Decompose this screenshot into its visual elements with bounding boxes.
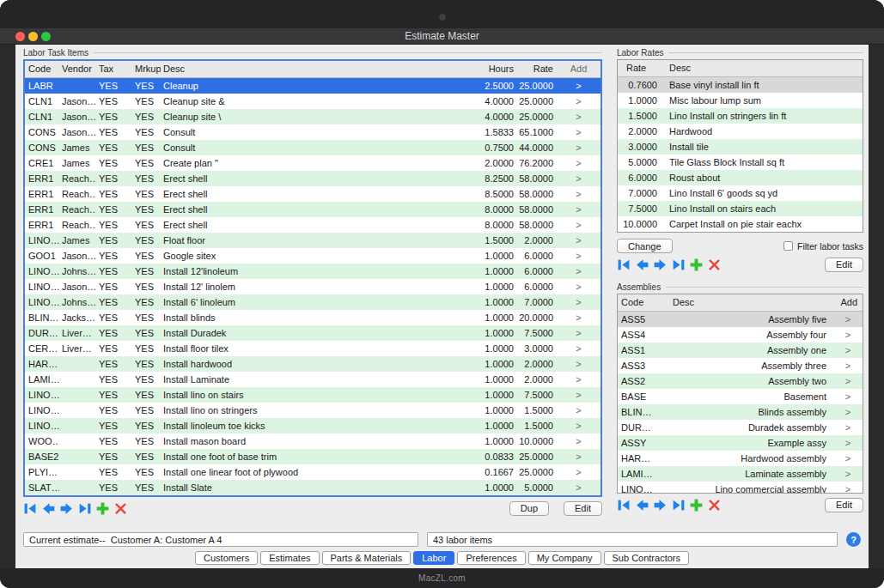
labor-task-row[interactable]: LAMI… YES YES Install Laminate 1.0000 2.…: [25, 372, 601, 387]
assembly-add-button[interactable]: >: [833, 373, 863, 389]
previous-record-icon[interactable]: [635, 498, 649, 512]
add-record-icon[interactable]: [95, 501, 110, 516]
assembly-row[interactable]: ASS5 Assembly five >: [618, 312, 863, 327]
labor-rate-row[interactable]: 3.0000 Install tile: [618, 139, 863, 155]
assembly-row[interactable]: ASS1 Assembly one >: [618, 342, 863, 358]
task-add-button[interactable]: >: [557, 78, 601, 94]
labor-task-row[interactable]: CER… Liver… YES YES Install floor tilex …: [25, 341, 601, 356]
minimize-window-button[interactable]: [28, 32, 38, 41]
labor-rate-row[interactable]: 10.0000 Carpet Install on pie stair each…: [618, 216, 863, 232]
previous-record-icon[interactable]: [635, 258, 649, 272]
labor-task-row[interactable]: LINO… YES YES Install linoleum toe kicks…: [25, 418, 601, 433]
labor-task-row[interactable]: DUR… Liver… YES YES Install Duradek 1.00…: [25, 325, 601, 341]
labor-task-row[interactable]: LINO… YES YES Install lino on stairs 1.0…: [25, 387, 601, 403]
change-button[interactable]: Change: [617, 239, 673, 253]
labor-tasks-edit-button[interactable]: Edit: [564, 501, 602, 516]
assembly-add-button[interactable]: >: [833, 342, 863, 358]
item-count-field[interactable]: 43 labor items: [427, 532, 838, 547]
assembly-add-button[interactable]: >: [833, 404, 863, 420]
task-add-button[interactable]: >: [557, 449, 601, 464]
assembly-add-button[interactable]: >: [833, 312, 863, 327]
task-add-button[interactable]: >: [557, 356, 601, 372]
labor-rate-row[interactable]: 7.5000 Lino Install on stairs each: [618, 201, 863, 216]
task-add-button[interactable]: >: [557, 433, 601, 449]
add-record-icon[interactable]: [689, 498, 704, 512]
tab-customers[interactable]: Customers: [195, 551, 258, 565]
labor-task-row[interactable]: GOO1 Jason… YES YES Google sitex 1.0000 …: [25, 248, 601, 264]
task-add-button[interactable]: >: [557, 124, 601, 140]
assembly-add-button[interactable]: >: [833, 327, 863, 342]
labor-task-row[interactable]: LINO… Johns… YES YES Install 12'linoleum…: [25, 264, 601, 279]
last-record-icon[interactable]: [671, 498, 686, 512]
first-record-icon[interactable]: [617, 498, 631, 512]
task-add-button[interactable]: >: [557, 264, 601, 279]
labor-task-row[interactable]: LABR YES YES Cleanup 2.5000 25.0000 >: [25, 78, 601, 94]
task-add-button[interactable]: >: [557, 480, 601, 495]
labor-task-row[interactable]: SLAT… YES YES Install Slate 1.0000 5.000…: [25, 480, 601, 495]
labor-rate-row[interactable]: 1.0000 Misc labour lump sum: [618, 93, 863, 108]
next-record-icon[interactable]: [653, 258, 668, 272]
current-estimate-field[interactable]: Current estimate-- Customer A: Customer …: [23, 532, 418, 547]
tab-parts-materials[interactable]: Parts & Materials: [322, 551, 412, 565]
assemblies-edit-button[interactable]: Edit: [825, 498, 863, 512]
help-button[interactable]: ?: [846, 532, 861, 547]
close-window-button[interactable]: [15, 32, 25, 41]
first-record-icon[interactable]: [617, 258, 631, 272]
task-add-button[interactable]: >: [557, 217, 601, 233]
task-add-button[interactable]: >: [557, 140, 601, 155]
labor-rate-row[interactable]: 1.5000 Lino Install on stringers lin ft: [618, 108, 863, 124]
next-record-icon[interactable]: [59, 501, 74, 516]
assembly-row[interactable]: ASS4 Assembly four >: [618, 327, 863, 342]
labor-task-row[interactable]: ERR1 Reach… YES YES Erect shell 8.2500 5…: [25, 171, 601, 186]
task-add-button[interactable]: >: [557, 341, 601, 356]
zoom-window-button[interactable]: [41, 32, 51, 41]
assembly-add-button[interactable]: >: [833, 420, 863, 435]
first-record-icon[interactable]: [23, 501, 38, 516]
dup-button[interactable]: Dup: [509, 501, 549, 516]
task-add-button[interactable]: >: [557, 403, 601, 418]
filter-labor-tasks-control[interactable]: Filter labor tasks: [783, 241, 863, 252]
assembly-add-button[interactable]: >: [833, 358, 863, 373]
task-add-button[interactable]: >: [557, 94, 601, 109]
tab-preferences[interactable]: Preferences: [457, 551, 525, 565]
labor-task-row[interactable]: CRE1 James YES YES Create plan " 2.0000 …: [25, 155, 601, 171]
labor-rate-row[interactable]: 2.0000 Hardwood: [618, 124, 863, 139]
previous-record-icon[interactable]: [41, 501, 56, 516]
task-add-button[interactable]: >: [557, 109, 601, 124]
labor-task-row[interactable]: CLN1 Jason… YES YES Cleanup site \ 4.000…: [25, 109, 601, 124]
labor-task-row[interactable]: CLN1 Jason… YES YES Cleanup site & 4.000…: [25, 94, 601, 109]
delete-record-icon[interactable]: [707, 498, 722, 512]
task-add-button[interactable]: >: [557, 464, 601, 480]
last-record-icon[interactable]: [671, 258, 686, 272]
assembly-row[interactable]: HAR… Hardwood assembly >: [618, 451, 863, 466]
task-add-button[interactable]: >: [557, 387, 601, 403]
labor-task-row[interactable]: LINO… YES YES Install lino on stringers …: [25, 403, 601, 418]
labor-rates-edit-button[interactable]: Edit: [825, 258, 863, 272]
assembly-row[interactable]: ASS2 Assembly two >: [618, 373, 863, 389]
task-add-button[interactable]: >: [557, 294, 601, 310]
labor-task-row[interactable]: ERR1 Reach… YES YES Erect shell 8.0000 5…: [25, 217, 601, 233]
task-add-button[interactable]: >: [557, 155, 601, 171]
tab-my-company[interactable]: My Company: [528, 551, 601, 565]
delete-record-icon[interactable]: [113, 501, 128, 516]
assembly-row[interactable]: ASS3 Assembly three >: [618, 358, 863, 373]
labor-rate-row[interactable]: 7.0000 Lino Install 6' goods sq yd: [618, 185, 863, 201]
labor-task-row[interactable]: LINO… Johns… YES YES Install 6' linoleum…: [25, 294, 601, 310]
assembly-row[interactable]: DUR… Duradek assembly >: [618, 420, 863, 435]
add-record-icon[interactable]: [689, 258, 704, 272]
labor-task-row[interactable]: CONS Jason… YES YES Consult 1.5833 65.10…: [25, 124, 601, 140]
task-add-button[interactable]: >: [557, 171, 601, 186]
assembly-add-button[interactable]: >: [833, 466, 863, 482]
delete-record-icon[interactable]: [707, 258, 722, 272]
labor-task-row[interactable]: ERR1 Reach… YES YES Erect shell 8.0000 5…: [25, 202, 601, 217]
labor-task-row[interactable]: ERR1 Reach… YES YES Erect shell 8.5000 5…: [25, 186, 601, 202]
assembly-add-button[interactable]: >: [833, 435, 863, 451]
labor-task-row[interactable]: CONS James YES YES Consult 0.7500 44.000…: [25, 140, 601, 155]
task-add-button[interactable]: >: [557, 418, 601, 433]
task-add-button[interactable]: >: [557, 325, 601, 341]
labor-rate-row[interactable]: 6.0000 Roust about: [618, 170, 863, 185]
task-add-button[interactable]: >: [557, 279, 601, 294]
labor-task-row[interactable]: LINO… James YES YES Float floor 1.5000 2…: [25, 233, 601, 248]
assembly-row[interactable]: LAMI… Laminate assembly >: [618, 466, 863, 482]
task-add-button[interactable]: >: [557, 202, 601, 217]
